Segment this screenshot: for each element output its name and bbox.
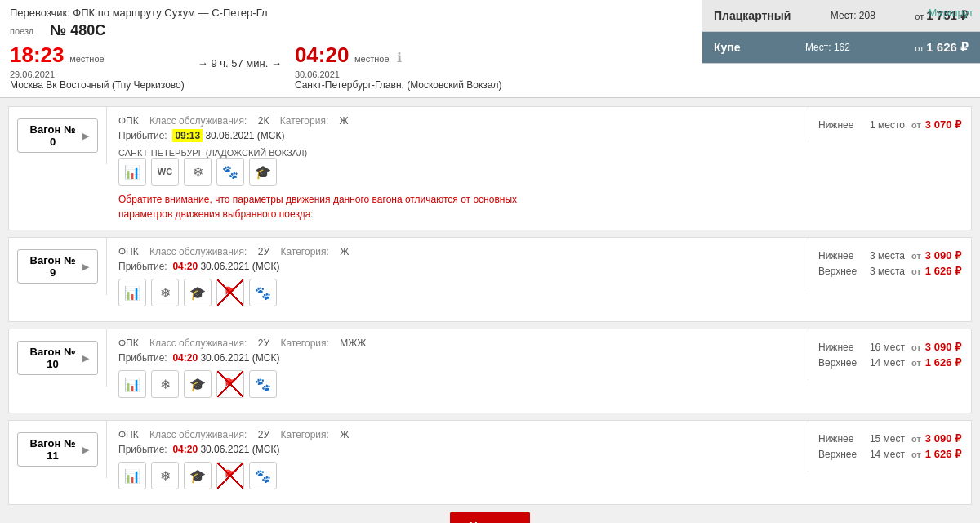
arrival-date: 30.06.2021 (МСК) bbox=[200, 261, 279, 272]
seat-row: Нижнее 1 место от 3 070 ₽ bbox=[818, 118, 961, 131]
chevron-right-icon: ▶ bbox=[82, 445, 89, 454]
class-label: Класс обслуживания: 2У bbox=[149, 337, 270, 349]
ticket-panel-kupe[interactable]: Купе Мест: 162 от 1 626 ₽ bbox=[702, 32, 980, 64]
chart-icon: 📊 bbox=[118, 279, 146, 306]
seat-price: от 1 626 ₽ bbox=[911, 265, 961, 277]
arrival-time: 04:20 bbox=[172, 444, 198, 455]
paw-icon: 🐾 bbox=[216, 158, 244, 186]
seat-count: 3 места bbox=[866, 266, 907, 277]
wagon-info-col: ФПК Класс обслуживания: 2У Категория: Ж … bbox=[107, 238, 808, 321]
arrival-time: 04:20 bbox=[172, 352, 198, 364]
wagon-label-col: Вагон № 0 ▶ bbox=[9, 107, 107, 164]
wagon-meta: ФПК Класс обслуживания: 2К Категория: Ж bbox=[118, 115, 796, 127]
ticket-class-name: Купе bbox=[714, 41, 741, 54]
category-label: Категория: Ж bbox=[280, 115, 349, 127]
wagon-meta: ФПК Класс обслуживания: 2У Категория: МЖ… bbox=[118, 337, 796, 349]
snowflake-icon: ❄ bbox=[151, 279, 179, 306]
wagon-info-col: ФПК Класс обслуживания: 2У Категория: МЖ… bbox=[107, 329, 808, 413]
depart-station: Москва Вк Восточный (Тпу Черкизово) bbox=[10, 79, 185, 91]
carrier-label: Перевозчик: ФПК по маршруту Сухум — С-Пе… bbox=[10, 7, 694, 19]
snowflake-icon: ❄ bbox=[184, 158, 212, 186]
arrival-station: САНКТ-ПЕТЕРБУРГ (ЛАДОЖСКИЙ ВОКЗАЛ) bbox=[118, 148, 796, 158]
wagon-card: Вагон № 10 ▶ ФПК Класс обслуживания: 2У … bbox=[8, 329, 972, 413]
crossed-flag-icon: 🚩 bbox=[216, 370, 244, 398]
wagon-card: Вагон № 9 ▶ ФПК Класс обслуживания: 2У К… bbox=[8, 237, 972, 322]
chevron-right-icon: ▶ bbox=[82, 132, 89, 141]
seat-count: 14 мест bbox=[866, 449, 907, 460]
chart-icon: 📊 bbox=[118, 462, 146, 489]
fpk-label: ФПК bbox=[118, 337, 139, 349]
seat-count: 15 мест bbox=[866, 433, 907, 445]
wagon-number-label: Вагон № 10 bbox=[26, 346, 79, 370]
arrival-row: Прибытие: 09:13 30.06.2021 (МСК) bbox=[118, 130, 796, 141]
wagon-meta: ФПК Класс обслуживания: 2У Категория: Ж bbox=[118, 246, 796, 257]
snowflake-icon: ❄ bbox=[151, 462, 179, 489]
seat-price: от 3 090 ₽ bbox=[911, 432, 961, 445]
arrival-time-highlight: 09:13 bbox=[172, 129, 203, 142]
seat-type: Нижнее bbox=[818, 433, 863, 445]
wagon-card: Вагон № 11 ▶ ФПК Класс обслуживания: 2У … bbox=[8, 420, 972, 505]
route-link[interactable]: Маршрут bbox=[929, 7, 973, 19]
wagon-seats-col: Нижнее 16 мест от 3 090 ₽ Верхнее 14 мес… bbox=[808, 329, 971, 380]
seat-price: от 3 070 ₽ bbox=[911, 118, 961, 131]
wc-icon: WC bbox=[151, 158, 179, 186]
arrival-time: 04:20 bbox=[172, 261, 198, 272]
cap-icon: 🎓 bbox=[184, 462, 212, 489]
chevron-right-icon: ▶ bbox=[82, 262, 89, 271]
arrival-date: 30.06.2021 (МСК) bbox=[200, 444, 279, 455]
train-label: поезд bbox=[10, 26, 33, 36]
back-to-top-button[interactable]: Наверх bbox=[450, 512, 530, 523]
icons-row: 📊❄🎓🚩🐾 bbox=[118, 370, 796, 398]
info-icon[interactable]: ℹ bbox=[397, 51, 402, 65]
seat-price: от 1 626 ₽ bbox=[911, 448, 961, 460]
cap-icon: 🎓 bbox=[249, 158, 277, 186]
ticket-seats: Мест: 162 bbox=[805, 42, 850, 53]
paw-icon: 🐾 bbox=[249, 462, 277, 489]
seat-count: 3 места bbox=[866, 250, 907, 262]
arrive-station: Санкт-Петербург-Главн. (Московский Вокза… bbox=[295, 79, 502, 91]
seat-row: Верхнее 14 мест от 1 626 ₽ bbox=[818, 356, 961, 369]
depart-type: местное bbox=[69, 54, 105, 64]
seat-type: Нижнее bbox=[818, 250, 863, 262]
wagon-meta: ФПК Класс обслуживания: 2У Категория: Ж bbox=[118, 429, 796, 440]
ticket-price: от 1 626 ₽ bbox=[915, 40, 969, 55]
arrival-label: Прибытие: bbox=[118, 444, 167, 455]
seat-row: Верхнее 14 мест от 1 626 ₽ bbox=[818, 448, 961, 460]
fpk-label: ФПК bbox=[118, 429, 139, 440]
seat-type: Нижнее bbox=[818, 119, 863, 131]
seat-count: 16 мест bbox=[866, 342, 907, 353]
duration-label: → 9 ч. 57 мин. → bbox=[198, 57, 282, 69]
seat-row: Верхнее 3 места от 1 626 ₽ bbox=[818, 265, 961, 277]
wagon-select-button[interactable]: Вагон № 11 ▶ bbox=[17, 432, 98, 467]
train-number: № 480С bbox=[50, 22, 105, 39]
chart-icon: 📊 bbox=[118, 370, 146, 398]
wagon-label-col: Вагон № 10 ▶ bbox=[9, 329, 107, 387]
seat-count: 1 место bbox=[866, 119, 907, 131]
class-label: Класс обслуживания: 2У bbox=[149, 429, 270, 440]
fpk-label: ФПК bbox=[118, 246, 139, 257]
arrive-time: 04:20 bbox=[295, 42, 350, 67]
wagon-select-button[interactable]: Вагон № 0 ▶ bbox=[17, 118, 98, 153]
icons-row: 📊❄🎓🚩🐾 bbox=[118, 462, 796, 489]
wagon-select-button[interactable]: Вагон № 9 ▶ bbox=[17, 249, 98, 284]
fpk-label: ФПК bbox=[118, 115, 139, 127]
depart-time: 18:23 bbox=[10, 42, 65, 67]
wagon-seats-col: Нижнее 1 место от 3 070 ₽ bbox=[808, 107, 971, 142]
seat-type: Верхнее bbox=[818, 266, 863, 277]
arrival-date: 30.06.2021 (МСК) bbox=[205, 130, 284, 141]
seat-price: от 3 090 ₽ bbox=[911, 341, 961, 353]
arrival-label: Прибытие: bbox=[118, 352, 167, 364]
seat-row: Нижнее 3 места от 3 090 ₽ bbox=[818, 249, 961, 262]
wagon-card: Вагон № 0 ▶ ФПК Класс обслуживания: 2К К… bbox=[8, 106, 972, 230]
arrival-row: Прибытие: 04:20 30.06.2021 (МСК) bbox=[118, 352, 796, 364]
ticket-seats: Мест: 208 bbox=[831, 10, 875, 21]
snowflake-icon: ❄ bbox=[151, 370, 179, 398]
wagon-select-button[interactable]: Вагон № 10 ▶ bbox=[17, 341, 98, 375]
crossed-flag-icon: 🚩 bbox=[216, 462, 244, 489]
chart-icon: 📊 bbox=[118, 158, 146, 186]
header-section: Перевозчик: ФПК по маршруту Сухум — С-Пе… bbox=[0, 0, 980, 98]
ticket-panels: Маршрут Плацкартный Мест: 208 от 1 751 ₽… bbox=[702, 0, 980, 64]
wagon-info-col: ФПК Класс обслуживания: 2К Категория: Ж … bbox=[107, 107, 808, 230]
arrival-date: 30.06.2021 (МСК) bbox=[200, 352, 279, 364]
cap-icon: 🎓 bbox=[184, 370, 212, 398]
